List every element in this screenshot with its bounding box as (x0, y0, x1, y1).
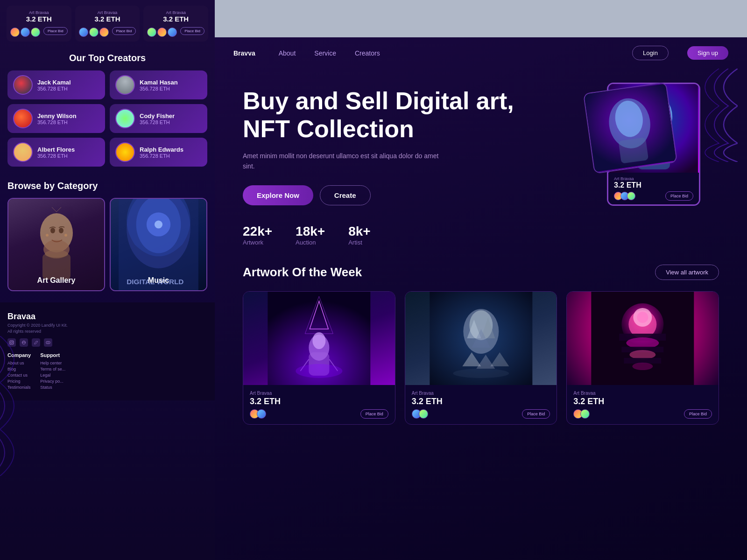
avatar-jack (13, 75, 33, 95)
art-eth-3: 3.2 ETH (573, 397, 712, 406)
mini-place-bid-1[interactable]: Place Bid (43, 27, 68, 35)
svg-line-7 (56, 207, 61, 212)
creator-info-kamal: Kamal Hasan 356.728 ETH (140, 79, 202, 91)
mini-card-eth-3: 3.2 ETH (147, 15, 204, 23)
creator-name-kamal: Kamal Hasan (140, 79, 202, 86)
art-avatars-2 (412, 409, 426, 419)
creator-card-ralph[interactable]: Ralph Edwards 356.728 ETH (110, 138, 207, 167)
explore-now-button[interactable]: Explore Now (243, 185, 313, 205)
twitter-icon[interactable] (32, 338, 40, 347)
creator-info-ralph: Ralph Edwards 356.728 ETH (140, 146, 202, 159)
cat-card-music[interactable]: DIGITAL WORLD Music (110, 198, 207, 291)
nft-img-back (584, 83, 677, 173)
mini-place-bid-2[interactable]: Place Bid (112, 27, 136, 35)
creators-grid: Jack Kamal 356.728 ETH Kamal Hasan 356.7… (0, 70, 215, 167)
hero-left: Buy and Sell Digital art, NFT Collection… (243, 78, 560, 246)
footer-brand: Bravaa (7, 312, 207, 322)
mini-card-brand-2: Art Bravaa (79, 10, 136, 15)
nft-hero-place-bid[interactable]: Place Bid (665, 191, 693, 201)
nft-card-back (583, 82, 677, 174)
svg-point-43 (296, 364, 342, 378)
creator-card-kamal[interactable]: Kamal Hasan 356.728 ETH (110, 70, 207, 99)
creator-name-cody: Cody Fisher (140, 112, 202, 119)
hero-right: Art Bravaa 3.2 ETH Place Bid (579, 78, 719, 246)
creator-card-albert[interactable]: Albert Flores 356.728 ETH (7, 138, 105, 167)
mini-av-3 (31, 28, 40, 37)
footer-copyright: Copyright © 2020 Landify UI Kit. (7, 323, 207, 328)
stat-auction-num: 18k+ (296, 224, 325, 239)
footer-privacy[interactable]: Privacy po... (40, 379, 65, 384)
cat-card-gallery[interactable]: Art Gallery (7, 198, 105, 291)
creator-eth-jack: 356.728 ETH (37, 86, 99, 91)
footer-legal[interactable]: Legal (40, 373, 65, 378)
stat-artist-label: Artist (348, 239, 371, 246)
nav-creators[interactable]: Creators (355, 49, 380, 57)
artwork-header: Artwork Of the Week View all artwork (243, 265, 719, 280)
footer-section: Bravaa Copyright © 2020 Landify UI Kit. … (0, 302, 215, 400)
svg-point-62 (633, 363, 653, 370)
avatar-ralph (115, 142, 135, 162)
art-bid-1[interactable]: Place Bid (360, 409, 388, 419)
creator-eth-ralph: 356.728 ETH (140, 153, 202, 159)
category-grid: Art Gallery DIGITAL WORLD (7, 198, 207, 291)
creator-card-jenny[interactable]: Jenny Wilson 356.728 ETH (7, 104, 105, 133)
stat-artwork: 22k+ Artwork (243, 224, 272, 246)
wave-decor-right (682, 69, 738, 162)
art-bid-3[interactable]: Place Bid (684, 409, 712, 419)
mini-card-brand-3: Art Bravaa (147, 10, 204, 15)
svg-point-2 (50, 228, 55, 233)
browse-title: Browse by Category (7, 181, 207, 191)
view-all-button[interactable]: View all artwork (655, 265, 719, 280)
creator-card-cody[interactable]: Cody Fisher 356.728 ETH (110, 104, 207, 133)
art-info-3: Art Bravaa 3.2 ETH Place Bid (567, 385, 719, 424)
art-bottom-2: Place Bid (412, 409, 550, 419)
mini-place-bid-3[interactable]: Place Bid (180, 27, 204, 35)
mini-av-1 (10, 28, 20, 37)
mini-card-brand-1: Art Bravaa (10, 10, 68, 15)
top-cards-strip: Art Bravaa 3.2 ETH Place Bid Art Bravaa … (0, 0, 215, 43)
art-img-1 (243, 292, 395, 385)
svg-point-9 (64, 234, 67, 237)
creator-card-jack[interactable]: Jack Kamal 356.728 ETH (7, 70, 105, 99)
art-eth-2: 3.2 ETH (412, 397, 550, 406)
footer-icons (7, 338, 207, 347)
footer-help[interactable]: Help center (40, 361, 65, 365)
svg-marker-21 (48, 342, 49, 343)
avatar-albert (13, 142, 33, 162)
nft-info: Art Bravaa 3.2 ETH Place Bid (608, 173, 699, 204)
mini-av-2 (21, 28, 30, 37)
avatar-kamal (115, 75, 135, 95)
hero-stats: 22k+ Artwork 18k+ Auction 8k+ Artist (243, 224, 560, 246)
nav-logo[interactable]: Bravva (233, 49, 255, 57)
nav-about[interactable]: About (279, 49, 296, 57)
art-brand-2: Art Bravaa (412, 391, 550, 396)
art-bid-2[interactable]: Place Bid (522, 409, 550, 419)
art-card-1: Art Bravaa 3.2 ETH Place Bid (243, 291, 395, 425)
creator-info-cody: Cody Fisher 356.728 ETH (140, 112, 202, 125)
left-panel: Art Bravaa 3.2 ETH Place Bid Art Bravaa … (0, 0, 215, 560)
footer-terms[interactable]: Terms of se... (40, 367, 65, 371)
creator-info-jack: Jack Kamal 356.728 ETH (37, 79, 99, 91)
nav-service[interactable]: Service (314, 49, 336, 57)
create-button[interactable]: Create (320, 185, 371, 205)
footer-status[interactable]: Status (40, 385, 65, 390)
nft-bottom-row: Place Bid (614, 191, 693, 201)
creator-name-ralph: Ralph Edwards (140, 146, 202, 153)
art-info-1: Art Bravaa 3.2 ETH Place Bid (243, 385, 395, 424)
art-bottom-1: Place Bid (250, 409, 388, 419)
signup-button[interactable]: Sign up (687, 46, 728, 60)
svg-rect-4 (42, 254, 70, 280)
art-av-3b (580, 409, 590, 419)
svg-point-3 (59, 228, 63, 233)
nft-hero-eth: 3.2 ETH (614, 181, 693, 189)
login-button[interactable]: Login (632, 46, 669, 60)
artwork-grid: Art Bravaa 3.2 ETH Place Bid (243, 291, 719, 425)
youtube-icon[interactable] (44, 338, 52, 347)
art-card-2: Art Bravaa 3.2 ETH Place Bid (405, 291, 557, 425)
art-avatars-3 (573, 409, 587, 419)
svg-rect-25 (618, 137, 648, 164)
art-brand-1: Art Bravaa (250, 391, 388, 396)
svg-point-15 (155, 221, 162, 229)
mini-av-4 (79, 28, 88, 37)
stat-auction-label: Auction (296, 239, 325, 246)
